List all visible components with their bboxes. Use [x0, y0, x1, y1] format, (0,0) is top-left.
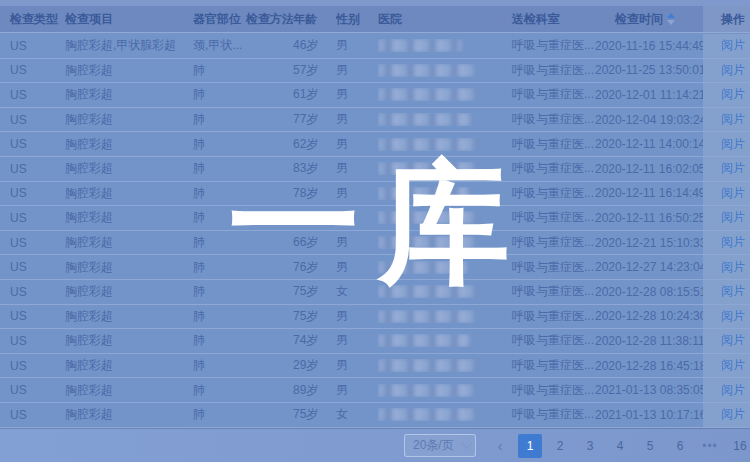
table-row[interactable]: US 胸腔彩超 肺 66岁 男 呼吸与重症医... 2020-12-21 15:… [0, 231, 750, 256]
cell-gender: 男 [336, 382, 378, 399]
read-film-link[interactable]: 阅片 [721, 136, 745, 153]
read-film-link[interactable]: 阅片 [721, 406, 745, 423]
table-row[interactable]: US 胸腔彩超 肺 74岁 男 呼吸与重症医... 2020-12-28 11:… [0, 329, 750, 354]
table-row[interactable]: US 胸腔彩超 肺 61岁 男 呼吸与重症医... 2020-12-01 11:… [0, 83, 750, 108]
read-film-link[interactable]: 阅片 [721, 209, 745, 226]
prev-page-button[interactable]: ‹ [488, 434, 512, 458]
cell-exam-type: US [0, 260, 65, 274]
cell-gender: 男 [336, 160, 378, 177]
cell-gender: 女 [336, 406, 378, 423]
header-exam-time-sortable[interactable]: 检查时间 [595, 11, 703, 28]
cell-exam-type: US [0, 186, 65, 200]
cell-exam-time: 2020-12-11 16:02:05 [595, 162, 703, 176]
cell-gender: 男 [336, 259, 378, 276]
cell-department: 呼吸与重症医... [505, 357, 595, 374]
table-row[interactable]: US 胸腔彩超 肺 75岁 男 呼吸与重症医... 2020-12-28 10:… [0, 305, 750, 330]
read-film-link[interactable]: 阅片 [721, 86, 745, 103]
cell-hospital [378, 162, 505, 175]
cell-department: 呼吸与重症医... [505, 111, 595, 128]
cell-hospital [378, 384, 505, 397]
cell-age: 57岁 [293, 62, 336, 79]
cell-hospital [378, 64, 505, 77]
read-film-link[interactable]: 阅片 [721, 357, 745, 374]
cell-department: 呼吸与重症医... [505, 259, 595, 276]
read-film-link[interactable]: 阅片 [721, 37, 745, 54]
header-exam-time-label: 检查时间 [615, 11, 663, 28]
table-row[interactable]: US 胸腔彩超 肺 57岁 男 呼吸与重症医... 2020-11-25 13:… [0, 59, 750, 84]
cell-department: 呼吸与重症医... [505, 185, 595, 202]
cell-exam-time: 2020-12-28 08:15:51 [595, 285, 703, 299]
page-button-1[interactable]: 1 [518, 434, 542, 458]
table-row[interactable]: US 胸腔彩超 肺 77岁 男 呼吸与重症医... 2020-12-04 19:… [0, 108, 750, 133]
cell-organ: 肺 [193, 62, 246, 79]
page-button-3[interactable]: 3 [578, 434, 602, 458]
cell-exam-item: 胸腔彩超,甲状腺彩超 [65, 37, 193, 54]
cell-exam-type: US [0, 63, 65, 77]
header-exam-type: 检查类型 [0, 11, 65, 28]
hospital-redaction [378, 285, 478, 298]
cell-hospital [378, 359, 505, 372]
table-header: 检查类型 检查项目 器官部位 检查方法 年龄 性别 医院 送检科室 检查时间 操… [0, 6, 750, 33]
table-row[interactable]: US 胸腔彩超 肺 76岁 男 呼吸与重症医... 2020-12-27 14:… [0, 255, 750, 280]
cell-organ: 肺 [193, 308, 246, 325]
read-film-link[interactable]: 阅片 [721, 160, 745, 177]
cell-exam-item: 胸腔彩超 [65, 86, 193, 103]
cell-operations: 阅片 [703, 182, 750, 206]
read-film-link[interactable]: 阅片 [721, 332, 745, 349]
hospital-redaction [378, 261, 466, 274]
sort-ascending-icon[interactable] [667, 13, 675, 25]
cell-department: 呼吸与重症医... [505, 86, 595, 103]
table-row[interactable]: US 胸腔彩超 肺 29岁 男 呼吸与重症医... 2020-12-28 16:… [0, 354, 750, 379]
table-row[interactable]: US 胸腔彩超 肺 62岁 男 呼吸与重症医... 2020-12-11 14:… [0, 132, 750, 157]
page-button-4[interactable]: 4 [608, 434, 632, 458]
cell-exam-time: 2020-12-28 11:38:11 [595, 334, 703, 348]
page-button-6[interactable]: 6 [668, 434, 692, 458]
table-row[interactable]: US 胸腔彩超 肺 83岁 男 呼吸与重症医... 2020-12-11 16:… [0, 157, 750, 182]
read-film-link[interactable]: 阅片 [721, 111, 745, 128]
cell-exam-type: US [0, 113, 65, 127]
header-organ: 器官部位 [193, 11, 246, 28]
read-film-link[interactable]: 阅片 [721, 308, 745, 325]
table-row[interactable]: US 胸腔彩超 肺 89岁 男 呼吸与重症医... 2021-01-13 08:… [0, 378, 750, 403]
cell-exam-time: 2021-01-13 10:17:16 [595, 408, 703, 422]
table-row[interactable]: US 胸腔彩超 肺 78岁 男 呼吸与重症医... 2020-12-11 16:… [0, 182, 750, 207]
page-button-last[interactable]: 16 [728, 434, 750, 458]
cell-age: 61岁 [293, 86, 336, 103]
chevron-down-icon [462, 439, 472, 449]
cell-age: 89岁 [293, 382, 336, 399]
page-button-2[interactable]: 2 [548, 434, 572, 458]
cell-department: 呼吸与重症医... [505, 62, 595, 79]
cell-organ: 肺 [193, 111, 246, 128]
read-film-link[interactable]: 阅片 [721, 283, 745, 300]
hospital-redaction [378, 408, 476, 421]
table-row[interactable]: US 胸腔彩超,甲状腺彩超 颈,甲状... 46岁 男 呼吸与重症医... 20… [0, 34, 750, 59]
cell-exam-item: 胸腔彩超 [65, 209, 193, 226]
read-film-link[interactable]: 阅片 [721, 185, 745, 202]
read-film-link[interactable]: 阅片 [721, 259, 745, 276]
table-row[interactable]: US 胸腔彩超 肺 75岁 女 呼吸与重症医... 2021-01-13 10:… [0, 403, 750, 428]
read-film-link[interactable]: 阅片 [721, 382, 745, 399]
cell-exam-item: 胸腔彩超 [65, 259, 193, 276]
cell-exam-time: 2020-12-01 11:14:21 [595, 88, 703, 102]
table-row[interactable]: US 胸腔彩超 肺 75岁 女 呼吸与重症医... 2020-12-28 08:… [0, 280, 750, 305]
cell-exam-type: US [0, 88, 65, 102]
cell-exam-time: 2020-12-28 10:24:30 [595, 309, 703, 323]
cell-operations: 阅片 [703, 206, 750, 230]
page-button-5[interactable]: 5 [638, 434, 662, 458]
cell-exam-type: US [0, 236, 65, 250]
cell-hospital [378, 88, 505, 101]
table-row[interactable]: US 胸腔彩超 肺 76岁 女 呼吸与重症医... 2020-12-11 16:… [0, 206, 750, 231]
cell-operations: 阅片 [703, 231, 750, 255]
cell-exam-time: 2021-01-13 08:35:05 [595, 383, 703, 397]
cell-exam-item: 胸腔彩超 [65, 185, 193, 202]
cell-exam-item: 胸腔彩超 [65, 308, 193, 325]
cell-exam-type: US [0, 137, 65, 151]
read-film-link[interactable]: 阅片 [721, 234, 745, 251]
read-film-link[interactable]: 阅片 [721, 62, 745, 79]
cell-operations: 阅片 [703, 354, 750, 378]
page-size-select[interactable]: 20条/页 [404, 434, 476, 457]
header-age: 年龄 [293, 11, 336, 28]
cell-gender: 男 [336, 37, 378, 54]
cell-hospital [378, 236, 505, 249]
more-pages-ellipsis[interactable]: ••• [698, 434, 722, 458]
